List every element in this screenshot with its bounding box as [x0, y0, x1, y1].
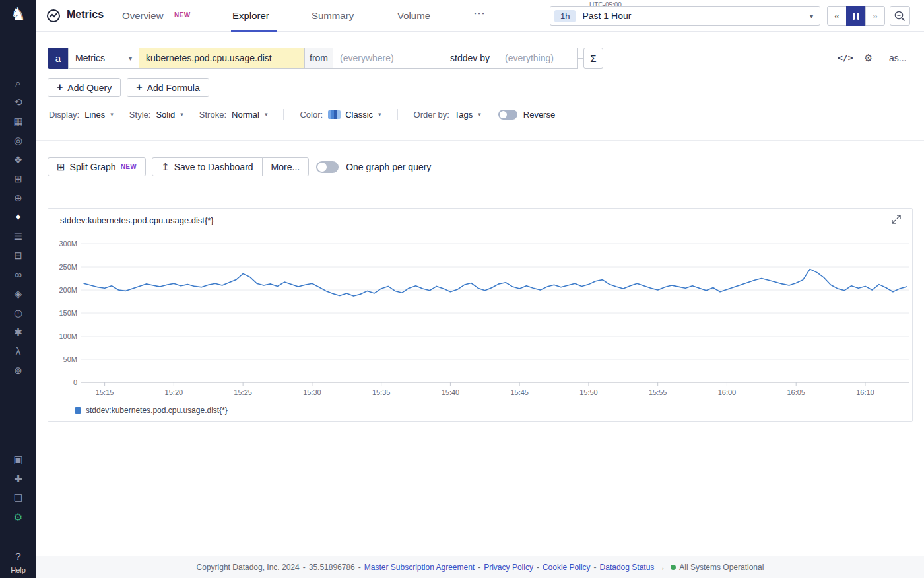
- page-title: Metrics: [67, 9, 104, 20]
- notebooks-icon[interactable]: ▣: [13, 454, 22, 465]
- split-graph-label: Split Graph: [70, 162, 116, 172]
- sidebar-help: ? Help: [0, 550, 36, 574]
- x-axis-tick-label: 15:20: [165, 388, 183, 396]
- skip-back-button[interactable]: «: [827, 6, 847, 26]
- vertical-divider: [283, 109, 284, 120]
- rum-icon[interactable]: ◷: [14, 308, 22, 318]
- error-tracking-icon[interactable]: ✱: [14, 327, 22, 338]
- x-axis-tick-label: 15:30: [303, 388, 321, 396]
- time-range-label: Past 1 Hour: [582, 11, 631, 21]
- reverse-toggle[interactable]: [498, 110, 517, 120]
- footer-link-master-subscription-agreement[interactable]: Master Subscription Agreement: [364, 563, 475, 572]
- skip-back-icon: «: [834, 11, 840, 21]
- tab-summary[interactable]: Summary: [312, 10, 354, 21]
- separator: -: [478, 563, 480, 572]
- teams-icon[interactable]: ✚: [14, 474, 22, 484]
- synthetics-icon[interactable]: ∞: [15, 270, 22, 280]
- color-label: Color:: [300, 110, 323, 120]
- split-graph-button[interactable]: ⊞ Split Graph NEW: [48, 157, 146, 176]
- group-by-input[interactable]: (everything): [498, 48, 578, 69]
- x-axis-tick-label: 15:55: [649, 388, 667, 396]
- logs-icon[interactable]: ☰: [14, 231, 22, 242]
- tab-explorer[interactable]: Explorer: [232, 10, 269, 21]
- tab-overview[interactable]: Overview: [122, 10, 164, 21]
- summary-function-button[interactable]: Σ: [583, 48, 603, 69]
- more-tabs-ellipsis-icon[interactable]: ⋯: [473, 6, 485, 20]
- as-option-label[interactable]: as...: [889, 53, 906, 63]
- help-label[interactable]: Help: [0, 566, 36, 574]
- ci-cd-icon[interactable]: ⊕: [14, 193, 22, 203]
- datadog-agent-icon[interactable]: ⚙: [14, 512, 22, 523]
- footer-link-datadog-status[interactable]: Datadog Status: [600, 563, 655, 572]
- time-range-picker[interactable]: 1h Past 1 Hour ▾: [550, 6, 820, 26]
- pause-icon: [853, 13, 855, 20]
- playback-controls: « »: [827, 6, 885, 26]
- tab-volume[interactable]: Volume: [397, 10, 430, 21]
- more-button[interactable]: More...: [262, 157, 310, 176]
- help-icon[interactable]: ?: [0, 550, 36, 561]
- security-icon[interactable]: ◈: [15, 289, 22, 299]
- y-axis-tick-label: 100M: [59, 332, 77, 340]
- code-view-icon[interactable]: </>: [838, 53, 853, 63]
- chart-title: stddev:kubernetes.pod.cpu.usage.dist{*}: [60, 215, 214, 225]
- integrations-icon[interactable]: ⊞: [14, 174, 22, 184]
- skip-forward-button[interactable]: »: [865, 6, 885, 26]
- status-dot-icon: [671, 565, 676, 570]
- search-icon[interactable]: ⌕: [15, 78, 20, 89]
- style-label: Style:: [129, 110, 151, 120]
- split-graph-icon: ⊞: [57, 161, 65, 173]
- dashboards-icon[interactable]: ⊟: [14, 250, 22, 261]
- add-formula-button[interactable]: + Add Formula: [127, 78, 209, 97]
- add-query-label: Add Query: [67, 83, 112, 93]
- pause-button[interactable]: [846, 6, 866, 26]
- from-filter-input[interactable]: (everywhere): [333, 48, 442, 69]
- add-query-button[interactable]: + Add Query: [48, 78, 121, 97]
- active-tab-underline: [231, 30, 277, 32]
- time-range-chip[interactable]: 1h: [554, 10, 576, 22]
- metrics-product-icon: [46, 9, 61, 26]
- save-to-dashboard-button[interactable]: ↥ Save to Dashboard: [152, 157, 262, 176]
- datadog-logo-icon[interactable]: ♞: [0, 4, 36, 24]
- y-axis-tick-label: 250M: [59, 263, 77, 271]
- section-divider: [36, 140, 924, 141]
- data-source-dropdown[interactable]: Metrics ▾: [68, 48, 139, 69]
- aggregator-dropdown[interactable]: stddev by: [442, 48, 498, 69]
- legend-item[interactable]: stddev:kubernetes.pod.cpu.usage.dist{*}: [75, 406, 228, 415]
- workflows-icon[interactable]: ⊚: [14, 365, 22, 376]
- expand-graph-button[interactable]: [891, 214, 904, 227]
- display-dropdown[interactable]: Display: Lines ▾: [49, 110, 114, 120]
- infrastructure-icon[interactable]: ❖: [14, 155, 22, 165]
- more-label: More...: [271, 162, 300, 172]
- watchdog-icon[interactable]: ⟲: [14, 97, 22, 108]
- status-text: All Systems Operational: [679, 563, 764, 572]
- zoom-out-button[interactable]: [890, 6, 910, 26]
- order-by-dropdown[interactable]: Order by: Tags ▾: [414, 110, 481, 120]
- serverless-icon[interactable]: λ: [16, 346, 21, 357]
- display-options-row: Display: Lines ▾ Style: Solid ▾ Stroke: …: [49, 106, 555, 123]
- query-row: a Metrics ▾ kubernetes.pod.cpu.usage.dis…: [48, 48, 603, 69]
- one-graph-per-query-toggle[interactable]: [316, 161, 339, 173]
- chevron-down-icon: ▾: [478, 111, 481, 118]
- save-to-dashboard-label: Save to Dashboard: [174, 162, 253, 172]
- bits-ai-icon[interactable]: ✦: [14, 212, 22, 223]
- metric-input[interactable]: kubernetes.pod.cpu.usage.dist: [139, 48, 305, 69]
- metrics-icon[interactable]: ▦: [13, 116, 22, 127]
- separator: -: [358, 563, 361, 572]
- timeseries-chart[interactable]: 050M100M150M200M250M300M15:1515:2015:251…: [48, 235, 913, 402]
- y-axis-tick-label: 150M: [59, 309, 77, 317]
- graph-settings-gear-icon[interactable]: ⚙: [864, 52, 873, 64]
- chevron-down-icon: ▾: [265, 111, 268, 118]
- footer-link-privacy-policy[interactable]: Privacy Policy: [484, 563, 533, 572]
- help-resources-icon[interactable]: ❏: [14, 493, 22, 503]
- footer-link-cookie-policy[interactable]: Cookie Policy: [543, 563, 591, 572]
- color-dropdown[interactable]: Color: Classic ▾: [300, 110, 381, 120]
- series-line: [84, 270, 907, 297]
- apm-icon[interactable]: ◎: [14, 135, 22, 146]
- style-value: Solid: [156, 110, 175, 120]
- chevron-down-icon: ▾: [110, 111, 114, 118]
- style-dropdown[interactable]: Style: Solid ▾: [129, 110, 183, 120]
- stroke-label: Stroke:: [199, 110, 226, 120]
- reverse-label: Reverse: [523, 110, 555, 120]
- query-letter-badge[interactable]: a: [48, 48, 69, 69]
- stroke-dropdown[interactable]: Stroke: Normal ▾: [199, 110, 268, 120]
